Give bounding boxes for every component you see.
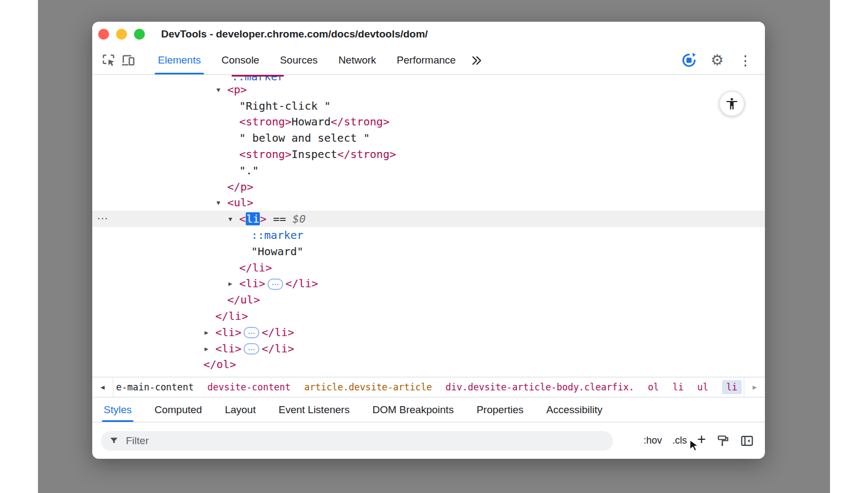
tag-token: </li>	[239, 261, 272, 274]
node-more-actions-icon[interactable]: ⋯	[97, 212, 108, 225]
tag-token: <li>	[215, 326, 241, 339]
tag-token: <	[239, 212, 246, 225]
dom-node-row[interactable]: ▸<li>⋯</li>	[92, 276, 765, 292]
dom-node-row[interactable]: </ul>	[92, 292, 765, 308]
more-tabs-icon[interactable]	[466, 49, 486, 71]
dom-node-row[interactable]: ::marker	[92, 227, 765, 243]
dom-node-row[interactable]: ▸<li>⋯</li>	[92, 324, 765, 340]
text-node: "Howard"	[251, 245, 303, 258]
filter-text-field[interactable]	[125, 434, 605, 447]
sync-blue-icon[interactable]	[679, 49, 699, 71]
tag-token: </strong>	[337, 148, 396, 161]
sidebar-tab-dom-breakpoints[interactable]: DOM Breakpoints	[361, 397, 465, 422]
collapsed-children-ellipsis[interactable]: ⋯	[244, 343, 259, 355]
device-phone-laptop-icon	[120, 53, 136, 68]
breadcrumb-scroll-left-button[interactable]: ◂	[92, 377, 113, 397]
dom-tree: ▾<p>"Right-click "<strong>Howard</strong…	[92, 81, 765, 372]
window-title: DevTools - developer.chrome.com/docs/dev…	[161, 28, 428, 40]
dom-node-row[interactable]: " below and select "	[92, 130, 765, 146]
tag-token: </p>	[227, 180, 253, 193]
expand-arrow-icon[interactable]: ▸	[228, 279, 232, 288]
element-classes-button[interactable]: .cls	[672, 435, 687, 446]
collapse-arrow-icon[interactable]: ▾	[216, 85, 220, 94]
collapse-arrow-icon[interactable]: ▾	[228, 214, 232, 223]
breadcrumb-item[interactable]: article.devsite-article	[304, 382, 432, 393]
titlebar[interactable]: DevTools - developer.chrome.com/docs/dev…	[92, 22, 765, 46]
dom-node-row[interactable]: ⋯▾<li> == $0	[92, 211, 765, 227]
breadcrumb-item[interactable]: e-main-content	[116, 382, 194, 393]
devtools-window: DevTools - developer.chrome.com/docs/dev…	[92, 22, 765, 459]
settings-gear-icon[interactable]: ⚙	[707, 49, 727, 71]
selected-tag-name[interactable]: li	[246, 212, 260, 225]
sidebar-tab-event-listeners[interactable]: Event Listeners	[267, 397, 361, 422]
paint-roller-icon[interactable]	[716, 434, 730, 447]
breadcrumb-item[interactable]: div.devsite-article-body.clearfix.	[445, 382, 634, 393]
sidebar-toggle-icon[interactable]	[740, 434, 754, 448]
breadcrumb-item[interactable]: ol	[648, 382, 659, 393]
dom-node-row[interactable]: "Howard"	[92, 243, 765, 260]
collapse-arrow-icon[interactable]: ▾	[216, 198, 220, 207]
sidebar-tab-properties[interactable]: Properties	[465, 397, 535, 422]
tab-elements[interactable]: Elements	[148, 46, 211, 74]
tab-network[interactable]: Network	[328, 46, 387, 74]
dom-node-row[interactable]: </li>	[92, 260, 765, 276]
dom-node-row[interactable]: "Right-click "	[92, 98, 765, 114]
tab-sources[interactable]: Sources	[270, 46, 328, 74]
dom-node-row[interactable]: ▾<p>	[92, 81, 765, 98]
dom-node-row[interactable]: ▾<ul>	[92, 195, 765, 211]
accessibility-person-icon	[725, 97, 739, 111]
breadcrumb-item[interactable]: devsite-content	[207, 382, 291, 393]
styles-pane-actions: :hov .cls +	[643, 433, 756, 448]
panel-tabs: ElementsConsoleSourcesNetworkPerformance	[148, 46, 466, 74]
breadcrumb-item[interactable]: li	[673, 382, 684, 393]
dom-node-row[interactable]: </ol>	[92, 357, 765, 373]
chevron-double-right-icon	[469, 54, 483, 67]
sidebar-tab-computed[interactable]: Computed	[143, 397, 214, 422]
dom-node-row[interactable]: <strong>Howard</strong>	[92, 114, 765, 130]
tab-console[interactable]: Console	[211, 46, 270, 74]
tag-token: </strong>	[331, 115, 390, 128]
styles-filter-bar: :hov .cls +	[92, 422, 765, 459]
elements-panel: ::marker ▾<p>"Right-click "<strong>Howar…	[92, 75, 765, 377]
sidebar-tab-accessibility[interactable]: Accessibility	[535, 397, 614, 422]
chevron-right-icon: ▸	[752, 382, 757, 392]
close-window-button[interactable]	[98, 29, 109, 40]
breadcrumb-item[interactable]: li	[722, 380, 742, 394]
accessibility-widget-button[interactable]	[719, 91, 744, 116]
expand-arrow-icon[interactable]: ▸	[205, 344, 208, 352]
breadcrumb-scroll-right-button[interactable]: ▸	[744, 377, 765, 397]
minimize-window-button[interactable]	[116, 29, 127, 40]
tag-token: </li>	[285, 277, 318, 290]
dom-node-row[interactable]: ▸<li>⋯</li>	[92, 340, 765, 357]
sidebar-tabs: StylesComputedLayoutEvent ListenersDOM B…	[92, 397, 765, 422]
kebab-menu-icon[interactable]: ⋮	[736, 49, 755, 71]
collapsed-children-ellipsis[interactable]: ⋯	[244, 327, 259, 338]
dom-node-row[interactable]: "."	[92, 162, 765, 179]
tag-token: <strong>	[239, 115, 291, 128]
tag-token: </ol>	[203, 358, 236, 371]
text-node: "."	[239, 164, 259, 177]
equals-token: ==	[266, 212, 292, 225]
inspect-element-icon[interactable]	[99, 49, 118, 71]
collapsed-children-ellipsis[interactable]: ⋯	[267, 279, 283, 290]
maximize-window-button[interactable]	[134, 29, 145, 40]
dollar0-token: $0	[292, 212, 305, 225]
device-toolbar-icon[interactable]	[118, 49, 138, 71]
dom-node-row[interactable]: </li>	[92, 308, 765, 324]
toggle-element-state-button[interactable]: :hov	[643, 435, 662, 446]
sidebar-tab-styles[interactable]: Styles	[92, 397, 143, 422]
tag-token: <ul>	[227, 196, 253, 209]
devtools-toolbar: ElementsConsoleSourcesNetworkPerformance…	[92, 46, 765, 75]
breadcrumb-item[interactable]: ul	[697, 382, 708, 393]
chevron-left-icon: ◂	[100, 382, 105, 392]
dom-node-row[interactable]: <strong>Inspect</strong>	[92, 146, 765, 162]
sidebar-tab-layout[interactable]: Layout	[213, 397, 267, 422]
mouse-cursor	[689, 440, 700, 452]
text-node: "Right-click "	[239, 99, 331, 112]
expand-arrow-icon[interactable]: ▸	[205, 328, 208, 337]
filter-input[interactable]	[101, 431, 613, 451]
dom-node-row[interactable]: </p>	[92, 179, 765, 195]
traffic-lights	[98, 29, 145, 40]
tag-token: >	[260, 212, 266, 225]
tab-performance[interactable]: Performance	[386, 46, 466, 74]
